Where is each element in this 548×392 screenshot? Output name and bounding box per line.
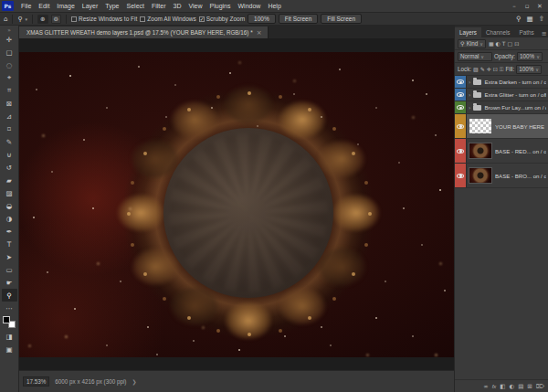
group-expand-icon[interactable]: › [469,79,470,85]
healing-brush-tool[interactable]: ⌑ [2,122,17,135]
zoom-tool[interactable]: ⚲ [2,289,17,302]
opacity-dropdown[interactable]: 100% ∨ [517,52,543,61]
tab-paths[interactable]: Paths [515,27,539,37]
visibility-eye-icon[interactable] [455,76,467,88]
filter-smart-object-icon[interactable]: ⊡ [514,40,519,47]
layer-row-your-baby-here[interactable]: YOUR BABY HERE [455,114,548,139]
object-selection-tool[interactable]: ⌖ [2,71,17,84]
history-brush-tool[interactable]: ↺ [2,161,17,174]
layer-row-extra-glitter[interactable]: › Extra Glitter - turn on / off [455,89,548,101]
chevron-down-icon[interactable]: ▾ [26,16,28,22]
frame-tool[interactable]: ⊠ [2,97,17,110]
search-icon[interactable]: ⚲ [516,15,522,23]
menu-image[interactable]: Image [53,3,78,9]
status-expand-icon[interactable]: ❯ [132,378,136,385]
rectangle-tool[interactable]: ▭ [2,263,17,276]
layer-row-base-brown[interactable]: BASE - BRO... on / off [455,164,548,188]
zoom-level-field[interactable]: 17.53% [23,376,49,387]
group-expand-icon[interactable]: › [469,104,470,111]
type-tool[interactable]: T [2,238,17,250]
filter-adjustment-icon[interactable]: ◐ [496,40,501,47]
tab-channels[interactable]: Channels [481,27,515,37]
menu-edit[interactable]: Edit [35,3,53,9]
zoom-out-button[interactable]: ⊖ [51,15,61,24]
new-group-icon[interactable]: ▤ [518,383,523,390]
screen-mode-icon[interactable]: ▣ [2,343,17,355]
visibility-eye-icon[interactable] [455,89,467,101]
hand-tool[interactable]: ☛ [2,276,17,289]
zoom-all-windows-checkbox[interactable]: Zoom All Windows [140,16,195,22]
tab-layers[interactable]: Layers [455,27,481,37]
visibility-eye-icon[interactable] [455,101,467,113]
menu-select[interactable]: Select [123,3,148,9]
pen-tool[interactable]: ✒ [2,225,17,238]
zoom-in-button[interactable]: ⊕ [37,15,47,24]
filter-type-icon[interactable]: T [502,40,506,47]
layer-row-base-red[interactable]: BASE - RED... on / off [455,139,548,164]
lock-move-icon[interactable]: ✛ [487,66,491,73]
lock-paint-icon[interactable]: ✎ [480,66,485,73]
menu-help[interactable]: Help [264,3,284,9]
menu-window[interactable]: Window [235,3,265,9]
layer-row-extra-darken[interactable]: › Extra Darken - turn on / off [455,76,548,89]
panel-menu-icon[interactable]: ≡ [539,30,548,37]
menu-layer[interactable]: Layer [79,3,102,9]
dodge-tool[interactable]: ◑ [2,212,17,225]
minimize-icon[interactable]: – [509,3,520,10]
group-expand-icon[interactable]: › [469,91,470,98]
home-icon[interactable]: ⌂ [4,16,7,23]
zoom-100-button[interactable]: 100% [248,14,276,24]
gradient-tool[interactable]: ▨ [2,186,17,199]
fill-screen-button[interactable]: Fill Screen [321,14,362,24]
lock-all-icon[interactable]: ⚿ [500,66,504,73]
restore-icon[interactable]: ▫ [522,3,532,10]
workspace-icon[interactable]: ▦ [527,15,533,23]
path-selection-tool[interactable]: ➤ [2,250,17,263]
lasso-tool[interactable]: ◌ [2,58,17,71]
fit-screen-button[interactable]: Fit Screen [279,14,319,24]
visibility-eye-icon[interactable] [455,164,467,187]
menu-view[interactable]: View [185,3,206,9]
crop-tool[interactable]: ⌗ [2,84,17,97]
quick-mask-icon[interactable]: ◨ [2,330,17,343]
marquee-tool[interactable]: ▢ [2,46,17,58]
brush-tool[interactable]: ✎ [2,135,17,148]
delete-layer-icon[interactable]: ⌦ [536,383,544,390]
edit-toolbar-icon[interactable]: ⋯ [2,302,17,314]
blur-tool[interactable]: ◒ [2,199,17,212]
layer-row-brown-fur[interactable]: › Brown Fur Lay...urn on / off [455,101,548,114]
document-tab[interactable]: XMAS GLITTER WREATH demo layers 1.psd @ … [19,26,269,38]
layer-effects-icon[interactable]: fx [492,384,497,389]
eyedropper-tool[interactable]: ⊿ [2,110,17,122]
menu-3d[interactable]: 3D [170,3,185,9]
zoom-tool-preset-icon[interactable]: ⚲ [17,16,22,23]
move-tool[interactable]: ✛ [2,33,17,46]
kind-filter-dropdown[interactable]: ⚲ Kind ∨ [458,39,486,48]
layer-mask-icon[interactable]: ◧ [500,383,505,390]
menu-filter[interactable]: Filter [148,3,170,9]
visibility-eye-icon[interactable] [455,114,467,138]
visibility-eye-icon[interactable] [455,139,467,163]
foreground-color-swatch[interactable] [3,316,10,323]
new-layer-icon[interactable]: ⊞ [527,383,532,390]
filter-pixel-icon[interactable]: ▦ [489,40,494,47]
scrubby-zoom-checkbox[interactable]: ✓ Scrubby Zoom [199,16,245,22]
tab-close-icon[interactable]: × [257,29,262,37]
menu-type[interactable]: Type [101,3,122,9]
lock-transparency-icon[interactable]: ▨ [473,66,479,73]
resize-windows-checkbox[interactable]: Resize Windows to Fit [71,16,137,22]
blend-mode-dropdown[interactable]: Normal ∨ [458,52,492,61]
lock-artboard-icon[interactable]: ⊡ [493,66,498,73]
adjustment-layer-icon[interactable]: ◐ [510,383,515,390]
canvas[interactable] [19,38,454,370]
toolbar-expand-icon[interactable]: » [7,26,11,33]
clone-stamp-tool[interactable]: ⊍ [2,148,17,161]
color-swatches[interactable] [3,316,16,328]
close-icon[interactable]: ✕ [534,3,545,10]
menu-file[interactable]: File [17,3,35,9]
share-icon[interactable]: ⇧ [539,15,544,23]
filter-shape-icon[interactable]: ▢ [508,40,513,47]
eraser-tool[interactable]: ▰ [2,174,17,186]
fill-dropdown[interactable]: 100% ∨ [516,65,542,74]
menu-plugins[interactable]: Plugins [206,3,235,9]
